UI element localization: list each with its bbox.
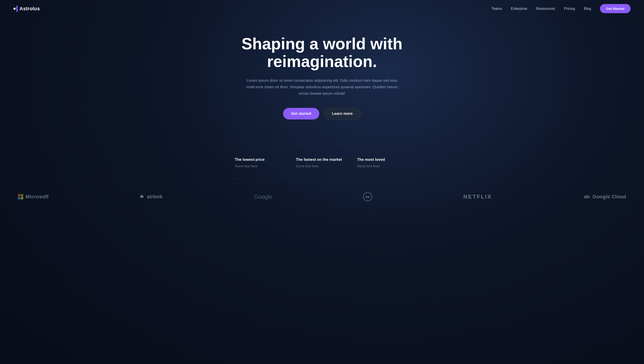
hero-section: Shaping a world with reimagination. Lore… <box>221 17 423 133</box>
nav-item-pricing[interactable]: Pricing <box>564 7 575 11</box>
microsoft-text: Microsoft <box>26 194 49 200</box>
features-divider-top <box>230 146 414 147</box>
airbnb-text: airbnb <box>147 194 163 200</box>
nav-item-teams[interactable]: Teams <box>492 7 502 11</box>
logo[interactable]: Astrolus <box>14 6 40 12</box>
netflix-text: NETFLIX <box>463 194 492 200</box>
airbnb-icon <box>140 194 145 200</box>
feature-title-speed: The fastest on the market <box>296 158 348 162</box>
nav-item-resources[interactable]: Ressources <box>536 7 555 11</box>
ms-sq-4 <box>21 197 23 200</box>
hero-learn-more-button[interactable]: Learn more <box>324 108 361 120</box>
logo-text: Astrolus <box>20 6 40 12</box>
hero-buttons: Get started Learn more <box>226 108 418 120</box>
logo-google-cloud: Google Cloud <box>583 194 626 200</box>
ge-icon: GE <box>363 192 372 201</box>
navbar: Astrolus Teams Enterprise Ressources Pri… <box>0 0 644 17</box>
feature-title-loved: The most loved <box>357 158 409 162</box>
feature-text-loved: Some text here <box>357 164 409 168</box>
nav-cta-button[interactable]: Get Started <box>600 4 630 13</box>
logo-dot <box>14 8 16 10</box>
logo-ge: GE <box>363 192 372 201</box>
ms-sq-3 <box>18 197 20 200</box>
feature-item-price: The lowest price Some text here <box>230 158 291 179</box>
google-cloud-icon <box>583 194 590 199</box>
features-grid: The lowest price Some text here The fast… <box>230 158 414 179</box>
logo-google: Google <box>254 194 272 200</box>
logo-icon <box>14 6 18 12</box>
hero-title-line1: Shaping a world with <box>242 35 402 53</box>
logo-bar <box>16 6 18 12</box>
feature-text-speed: Some text here <box>296 164 348 168</box>
feature-item-speed: The fastest on the market Some text here <box>291 158 352 179</box>
logo-netflix: NETFLIX <box>463 194 492 200</box>
hero-title: Shaping a world with reimagination. <box>226 35 418 70</box>
hero-cta-button[interactable]: Get started <box>283 108 319 120</box>
feature-text-price: Some text here <box>235 164 287 168</box>
feature-item-loved: The most loved Some text here <box>353 158 414 179</box>
google-text: Google <box>254 194 272 200</box>
hero-title-line2: reimagination. <box>267 52 377 70</box>
nav-item-blog[interactable]: Blog <box>584 7 591 11</box>
microsoft-icon <box>18 194 23 200</box>
ms-sq-2 <box>21 194 23 196</box>
ms-sq-1 <box>18 194 20 196</box>
ge-text: GE <box>366 195 370 198</box>
google-cloud-text: Google Cloud <box>593 194 626 200</box>
nav-item-enterprise[interactable]: Enterprise <box>511 7 527 11</box>
nav-links: Teams Enterprise Ressources Pricing Blog… <box>492 4 630 13</box>
logo-microsoft: Microsoft <box>18 194 49 200</box>
logo-airbnb: airbnb <box>140 194 163 200</box>
logos-section: Microsoft airbnb Google GE NETFLIX <box>0 179 644 214</box>
feature-title-price: The lowest price <box>235 158 287 162</box>
features-section: The lowest price Some text here The fast… <box>221 146 423 179</box>
hero-subtitle: Lorem ipsum dolor sit amet consectetur a… <box>244 78 400 97</box>
